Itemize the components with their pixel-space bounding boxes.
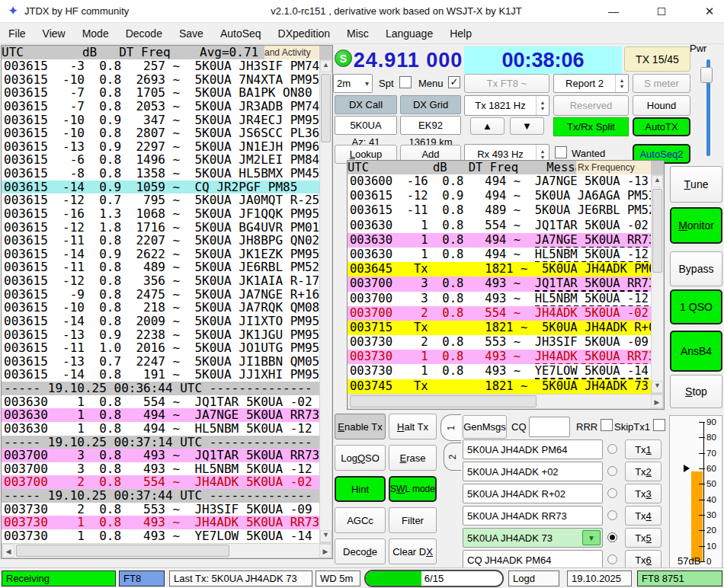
tx4-message-field[interactable]: 5K0UA JH4ADK RR73	[463, 506, 603, 526]
decode-row[interactable]: 003615 -7 0.8 2053 ~ 5K0UA JR3ADB PM74	[2, 100, 319, 113]
menu-item-autoseq[interactable]: AutoSeq	[212, 23, 270, 44]
decode-row[interactable]: 003615 -11 0.8 489 ~ 5K0UA JE6RBL PM52	[348, 203, 651, 218]
scroll-thumb[interactable]	[321, 74, 331, 142]
decode-row[interactable]: 003615 -16 1.3 1068 ~ 5K0UA JF1QQK PM95	[2, 207, 319, 221]
tx2-message-field[interactable]: 5K0UA JH4ADK +02	[463, 462, 603, 481]
menu-item-misc[interactable]: Misc	[338, 23, 377, 44]
decode-row[interactable]: 003615 -11 1.0 2016 ~ 5K0UA JO1UTG PM95	[2, 341, 319, 355]
decode-row[interactable]: 003615 -10 0.8 2807 ~ 5K0UA JS6SCC PL36	[2, 126, 319, 140]
tx4-radio[interactable]	[607, 510, 617, 520]
rrr-checkbox[interactable]	[601, 419, 613, 431]
tx5-radio[interactable]	[607, 532, 617, 542]
menu-item-mode[interactable]: Mode	[74, 23, 117, 44]
tx-freq-spinner[interactable]: Tx 1821 Hz ▲▼	[464, 95, 549, 116]
band-activity-vscrollbar[interactable]: ▲ ▼	[319, 59, 332, 543]
decode-row[interactable]: 003600 -16 0.8 494 ~ JA7NGE 5K0UA -13	[348, 174, 651, 189]
halt-tx-button[interactable]: Halt Tx	[389, 414, 437, 439]
decode-row[interactable]: 003730 1 0.8 493 ~ YE7LOW 5K0UA -14	[348, 364, 651, 379]
decode-row[interactable]: 003630 1 0.8 494 ~ JA7NGE 5K0UA RR73	[2, 408, 319, 422]
decode-row[interactable]: 003615 -8 0.8 1358 ~ 5K0UA HL5BMX PM45	[2, 167, 319, 181]
decode-row[interactable]: 003615 -11 0.8 489 ~ 5K0UA JE6RBL PM52	[2, 260, 319, 274]
decode-row[interactable]: 003615 -12 1.8 1716 ~ 5K0UA BG4UVR PM01	[2, 221, 319, 235]
wanted-checkbox[interactable]	[555, 146, 567, 158]
decode-row[interactable]: 003615 -14 0.9 2622 ~ 5K0UA JK1EZK PM95	[2, 248, 319, 261]
decode-row[interactable]: 003730 1 0.8 493 ~ JH4ADK 5K0UA RR73	[348, 350, 651, 364]
tx1-message-field[interactable]: 5K0UA JH4ADK PM64	[463, 439, 603, 459]
decode-row[interactable]: 003615 -13 0.7 2247 ~ 5K0UA JI1BBN QM05	[2, 355, 319, 369]
spot-button[interactable]: S	[335, 50, 352, 67]
tx1-radio[interactable]	[607, 444, 617, 454]
decode-row[interactable]: 003615 -10 0.8 218 ~ 5K0UA JA7RQK QM08	[2, 301, 319, 315]
report-spinner[interactable]: Report 2 ▲▼	[553, 74, 629, 93]
close-button[interactable]: ✕	[692, 0, 724, 23]
decode-row[interactable]: 003700 2 0.8 554 ~ JH4ADK 5K0UA -02	[2, 475, 319, 489]
menu-item-file[interactable]: File	[0, 23, 34, 44]
decode-row[interactable]: 003615 -3 0.8 257 ~ 5K0UA JH3SIF PM74	[2, 59, 319, 73]
decode-row[interactable]: 003615 -14 0.8 2009 ~ 5K0UA JI1XTO PM95	[2, 315, 319, 328]
dx-grid-field[interactable]: EK92	[400, 116, 461, 135]
enable-tx-button[interactable]: Enable Tx	[335, 414, 386, 439]
erase-button[interactable]: Erase	[389, 445, 437, 471]
filter-button[interactable]: Filter	[389, 507, 437, 533]
decode-row[interactable]: 003615 -13 0.9 2238 ~ 5K0UA JK1JGU PM95	[2, 328, 319, 342]
tx6-radio[interactable]	[607, 554, 617, 564]
log-qso-button[interactable]: Log QSO	[335, 445, 386, 471]
decode-row[interactable]: 003645 Tx 1821 ~ 5K0UA JH4ADK PM64	[348, 262, 651, 276]
s-meter-button[interactable]: S meter	[633, 74, 690, 93]
tx5-button[interactable]: Tx 5	[625, 528, 662, 548]
spt-checkbox[interactable]	[399, 76, 412, 88]
freq-down-button[interactable]: ▼	[510, 117, 544, 135]
decode-row[interactable]: 003615 -9 0.8 2475 ~ 5K0UA JA7NGE R+16	[2, 288, 319, 302]
one-qso-button[interactable]: 1 QSO	[670, 289, 722, 324]
decode-row[interactable]: 003630 1 0.8 494 ~ JA7NGE 5K0UA RR73	[348, 233, 651, 248]
scroll-right-icon[interactable]: ▶	[651, 395, 663, 408]
tx5-message-dropdown[interactable]: 5K0UA JH4ADK 73 ▼	[463, 528, 603, 548]
bypass-button[interactable]: Bypass	[670, 251, 722, 286]
menu-checkbox[interactable]: ✓	[448, 76, 460, 88]
spinner-arrows-icon[interactable]: ▲▼	[615, 75, 628, 92]
scroll-up-icon[interactable]: ▲	[652, 175, 663, 187]
decode-row[interactable]: ----- 19.10.25 00:36:44 UTC ------------…	[2, 382, 319, 395]
freq-up-button[interactable]: ▲	[470, 117, 505, 135]
decode-row[interactable]: 003745 Tx 1821 ~ 5K0UA JH4ADK 73	[348, 379, 651, 394]
rx-frequency-hscrollbar[interactable]: ▶	[348, 394, 664, 409]
decode-row[interactable]: 003615 -7 0.8 1705 ~ 5K0UA BA1PK ON80	[2, 86, 319, 100]
tx-mode-button[interactable]: Tx FT8 ~	[464, 74, 549, 93]
decode-row[interactable]: 003730 1 0.8 493 ~ YE7LOW 5K0UA -14	[2, 529, 319, 543]
decode-row[interactable]: 003730 2 0.8 553 ~ JH3SIF 5K0UA -09	[348, 335, 651, 350]
decode-row[interactable]: 003700 3 0.8 493 ~ HL5NBM 5K0UA -12	[2, 462, 319, 476]
rx-frequency-vscrollbar[interactable]: ▲ ▼	[651, 174, 664, 394]
tx2-radio[interactable]	[607, 466, 617, 476]
hint-button[interactable]: Hint	[335, 476, 386, 502]
monitor-button[interactable]: Monitor	[670, 207, 722, 244]
decode-row[interactable]: 003730 2 0.8 553 ~ JH3SIF 5K0UA -09	[2, 503, 319, 516]
scroll-down-icon[interactable]: ▼	[320, 530, 332, 542]
tab-2[interactable]: 2	[444, 443, 461, 471]
decode-row[interactable]: ----- 19.10.25 00:37:14 UTC ------------…	[2, 436, 319, 449]
stop-button[interactable]: Stop	[670, 375, 722, 408]
tx1-button[interactable]: Tx 1	[625, 439, 662, 459]
scroll-left-icon[interactable]: ◀	[2, 544, 14, 558]
decode-row[interactable]: 003630 1 0.8 554 ~ JQ1TAR 5K0UA -02	[2, 395, 319, 409]
decode-row[interactable]: 003615 -10 0.8 2693 ~ 5K0UA 7N4XTA PM95	[2, 73, 319, 87]
swl-mode-button[interactable]: SWL mode	[389, 476, 437, 502]
decode-button[interactable]: Decode	[335, 538, 386, 564]
decode-row[interactable]: 003615 -14 0.8 191 ~ 5K0UA JJ1XHI PM95	[2, 368, 319, 382]
decode-row[interactable]: ----- 19.10.25 00:37:44 UTC ------------…	[2, 489, 319, 503]
menu-item-help[interactable]: Help	[441, 23, 480, 44]
decode-row[interactable]: 003630 1 0.8 554 ~ JQ1TAR 5K0UA -02	[348, 219, 651, 233]
dial-frequency-display[interactable]: 24.911 000	[353, 46, 463, 74]
menu-item-language[interactable]: Language	[377, 23, 441, 44]
chevron-down-icon[interactable]: ▼	[582, 530, 601, 545]
scroll-thumb[interactable]	[652, 189, 662, 273]
decode-row[interactable]: 003615 -12 0.9 494 ~ 5K0UA JA6AGA PM53	[348, 189, 651, 203]
tx3-message-field[interactable]: 5K0UA JH4ADK R+02	[463, 484, 603, 503]
tx-period-button[interactable]: TX 15/45	[624, 46, 690, 72]
decode-row[interactable]: 003615 -13 0.9 2297 ~ 5K0UA JN1EJH PM96	[2, 140, 319, 154]
scroll-right-icon[interactable]: ▶	[319, 544, 332, 558]
clear-dx-button[interactable]: Clear DX	[389, 538, 437, 564]
scroll-up-icon[interactable]: ▲	[320, 60, 332, 72]
reserved-button[interactable]: Reserved	[553, 95, 629, 116]
spinner-arrows-icon[interactable]: ▲▼	[536, 96, 549, 115]
tab-1[interactable]: 1	[440, 414, 461, 441]
